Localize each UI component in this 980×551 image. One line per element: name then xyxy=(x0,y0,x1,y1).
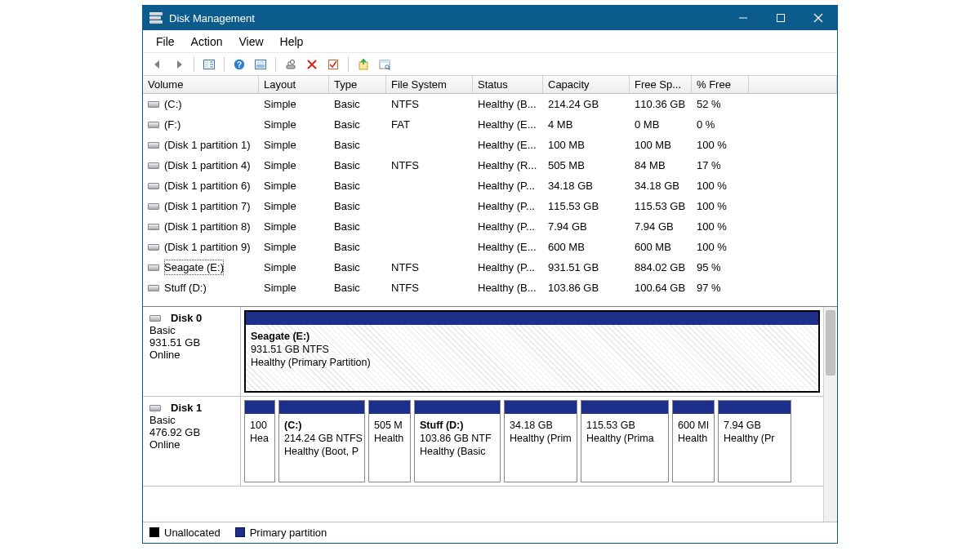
volume-pctfree: 0 % xyxy=(692,114,749,135)
forward-button[interactable] xyxy=(169,56,189,73)
partition[interactable]: 505 MHealth xyxy=(368,400,411,482)
partition[interactable]: 7.94 GBHealthy (Pr xyxy=(718,400,791,482)
partition[interactable]: (C:)214.24 GB NTFSHealthy (Boot, P xyxy=(278,400,365,482)
menubar: File Action View Help xyxy=(143,30,837,53)
scrollbar-thumb[interactable] xyxy=(826,310,835,375)
volume-layout: Simple xyxy=(259,257,329,278)
drive-icon xyxy=(148,183,159,189)
partition-bar xyxy=(369,401,410,414)
partition-size: 931.51 GB NTFS xyxy=(251,343,813,356)
volume-pctfree: 100 % xyxy=(692,135,749,155)
volume-type: Basic xyxy=(329,196,386,216)
drive-icon xyxy=(148,224,159,230)
volume-fs xyxy=(386,216,473,237)
volume-capacity: 214.24 GB xyxy=(543,94,630,114)
delete-button[interactable] xyxy=(302,56,322,73)
volume-pctfree: 97 % xyxy=(692,278,749,298)
minimize-button[interactable] xyxy=(724,6,762,30)
volume-list[interactable]: (C:)SimpleBasicNTFSHealthy (B...214.24 G… xyxy=(143,94,837,306)
svg-rect-5 xyxy=(205,61,208,68)
partition-bar xyxy=(279,401,364,414)
partition[interactable]: 100Hea xyxy=(244,400,275,482)
volume-row[interactable]: (Disk 1 partition 6)SimpleBasicHealthy (… xyxy=(143,176,837,196)
col-free[interactable]: Free Sp... xyxy=(630,76,692,93)
wizard-button[interactable] xyxy=(375,56,394,73)
volume-fs: FAT xyxy=(386,114,473,135)
disk-header[interactable]: Disk 0Basic931.51 GBOnline xyxy=(143,307,241,396)
volume-layout: Simple xyxy=(259,94,329,114)
volume-row[interactable]: (Disk 1 partition 9)SimpleBasicHealthy (… xyxy=(143,237,837,257)
titlebar[interactable]: Disk Management xyxy=(143,6,837,30)
vertical-scrollbar[interactable] xyxy=(823,307,837,522)
rescan-button[interactable] xyxy=(281,56,301,73)
volume-row[interactable]: (Disk 1 partition 1)SimpleBasicHealthy (… xyxy=(143,135,837,155)
col-extra[interactable] xyxy=(749,76,837,93)
back-button[interactable] xyxy=(148,56,167,73)
disk-header[interactable]: Disk 1Basic476.92 GBOnline xyxy=(143,397,241,486)
properties-button[interactable] xyxy=(323,56,343,73)
settings-button[interactable] xyxy=(251,56,270,73)
volume-row[interactable]: (Disk 1 partition 4)SimpleBasicNTFSHealt… xyxy=(143,155,837,176)
menu-help[interactable]: Help xyxy=(272,33,312,51)
volume-row[interactable]: (Disk 1 partition 8)SimpleBasicHealthy (… xyxy=(143,216,837,237)
col-filesystem[interactable]: File System xyxy=(386,76,473,93)
disk-state: Online xyxy=(149,438,234,451)
partition-size: 505 M xyxy=(374,419,405,432)
volume-free: 7.94 GB xyxy=(630,216,692,237)
volume-row[interactable]: (Disk 1 partition 7)SimpleBasicHealthy (… xyxy=(143,196,837,216)
svg-text:?: ? xyxy=(237,60,242,69)
menu-file[interactable]: File xyxy=(148,33,183,51)
partition-size: 100 xyxy=(250,419,270,432)
volume-name: (Disk 1 partition 1) xyxy=(164,137,250,153)
legend: Unallocated Primary partition xyxy=(143,522,837,543)
disk-title: Disk 1 xyxy=(171,402,202,414)
col-volume[interactable]: Volume xyxy=(143,76,259,93)
partition[interactable]: 115.53 GBHealthy (Prima xyxy=(581,400,669,482)
volume-capacity: 600 MB xyxy=(543,237,630,257)
col-layout[interactable]: Layout xyxy=(259,76,329,93)
partition-size: 7.94 GB xyxy=(724,419,786,432)
volume-fs xyxy=(386,196,473,216)
partition-label: (C:) xyxy=(284,419,359,432)
svg-rect-12 xyxy=(256,61,265,64)
volume-free: 0 MB xyxy=(630,114,692,135)
svg-rect-15 xyxy=(287,65,295,69)
volume-type: Basic xyxy=(329,278,386,298)
partition[interactable]: Seagate (E:)931.51 GB NTFSHealthy (Prima… xyxy=(244,310,820,393)
close-button[interactable] xyxy=(800,6,837,30)
col-capacity[interactable]: Capacity xyxy=(543,76,630,93)
volume-row[interactable]: (C:)SimpleBasicNTFSHealthy (B...214.24 G… xyxy=(143,94,837,114)
volume-layout: Simple xyxy=(259,176,329,196)
volume-row[interactable]: Seagate (E:)SimpleBasicNTFSHealthy (P...… xyxy=(143,257,837,278)
col-status[interactable]: Status xyxy=(473,76,543,93)
maximize-button[interactable] xyxy=(762,6,800,30)
help-button[interactable]: ? xyxy=(229,56,249,73)
volume-layout: Simple xyxy=(259,114,329,135)
partition[interactable]: 34.18 GBHealthy (Prim xyxy=(504,400,577,482)
partition-status: Health xyxy=(374,432,405,445)
col-pctfree[interactable]: % Free xyxy=(692,76,749,93)
volume-row[interactable]: (F:)SimpleBasicFATHealthy (E...4 MB0 MB0… xyxy=(143,114,837,135)
volume-name: (Disk 1 partition 7) xyxy=(164,198,250,214)
volume-type: Basic xyxy=(329,216,386,237)
volume-pctfree: 100 % xyxy=(692,216,749,237)
disk-layout-pane[interactable]: Disk 0Basic931.51 GBOnlineSeagate (E:)93… xyxy=(143,306,837,522)
volume-pctfree: 95 % xyxy=(692,257,749,278)
partition-size: 103.86 GB NTF xyxy=(420,432,495,445)
partition[interactable]: 600 MIHealth xyxy=(672,400,715,482)
col-type[interactable]: Type xyxy=(329,76,386,93)
drive-icon xyxy=(148,244,159,251)
menu-view[interactable]: View xyxy=(230,33,271,51)
show-hide-tree-button[interactable] xyxy=(199,56,219,73)
volume-free: 84 MB xyxy=(630,155,692,176)
menu-action[interactable]: Action xyxy=(183,33,231,51)
partition-size: 214.24 GB NTFS xyxy=(284,432,359,445)
volume-layout: Simple xyxy=(259,135,329,155)
partition[interactable]: Stuff (D:)103.86 GB NTFHealthy (Basic xyxy=(414,400,501,482)
volume-list-header: Volume Layout Type File System Status Ca… xyxy=(143,76,837,94)
disk-row: Disk 1Basic476.92 GBOnline100Hea(C:)214.… xyxy=(143,397,823,487)
volume-row[interactable]: Stuff (D:)SimpleBasicNTFSHealthy (B...10… xyxy=(143,278,837,298)
export-button[interactable] xyxy=(354,56,373,73)
volume-layout: Simple xyxy=(259,196,329,216)
volume-status: Healthy (R... xyxy=(473,155,543,176)
